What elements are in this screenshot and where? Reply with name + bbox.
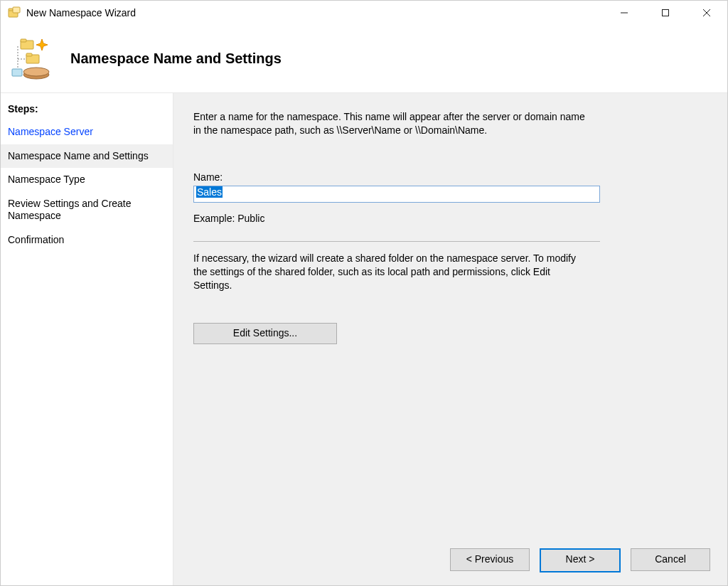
- svg-point-16: [23, 68, 49, 76]
- section-divider: [193, 241, 600, 242]
- example-text: Example: Public: [193, 213, 707, 224]
- page-title: Namespace Name and Settings: [70, 50, 282, 67]
- svg-rect-10: [21, 39, 26, 42]
- svg-rect-4: [663, 10, 669, 16]
- minimize-button[interactable]: [604, 1, 645, 25]
- name-input-value: Sales: [196, 186, 223, 198]
- step-namespace-type: Namespace Type: [1, 168, 173, 192]
- svg-rect-1: [9, 9, 13, 11]
- wizard-window: New Namespace Wizard: [0, 0, 728, 586]
- shared-folder-text: If necessary, the wizard will create a s…: [193, 252, 592, 292]
- close-button[interactable]: [686, 1, 727, 25]
- step-confirmation: Confirmation: [1, 228, 173, 252]
- name-label: Name:: [193, 171, 707, 183]
- name-input[interactable]: Sales: [193, 186, 600, 203]
- step-namespace-server[interactable]: Namespace Server: [1, 120, 173, 144]
- wizard-banner: Namespace Name and Settings: [1, 25, 727, 93]
- window-title: New Namespace Wizard: [26, 7, 136, 18]
- intro-text: Enter a name for the namespace. This nam…: [193, 110, 592, 137]
- svg-marker-11: [36, 39, 48, 50]
- wizard-content: Enter a name for the namespace. This nam…: [173, 93, 727, 585]
- previous-button[interactable]: < Previous: [450, 548, 530, 571]
- svg-rect-2: [13, 7, 20, 13]
- namespace-wizard-icon: [8, 6, 21, 19]
- wizard-body: Steps: Namespace Server Namespace Name a…: [1, 93, 727, 585]
- maximize-button[interactable]: [645, 1, 686, 25]
- namespace-banner-icon: [11, 38, 53, 80]
- next-button[interactable]: Next >: [540, 548, 621, 572]
- edit-settings-button[interactable]: Edit Settings...: [193, 323, 337, 344]
- cancel-button[interactable]: Cancel: [631, 548, 710, 571]
- step-namespace-name-settings[interactable]: Namespace Name and Settings: [1, 144, 173, 169]
- window-controls: [604, 1, 727, 25]
- svg-rect-14: [12, 69, 22, 76]
- svg-rect-13: [26, 53, 32, 56]
- titlebar: New Namespace Wizard: [1, 1, 727, 25]
- steps-sidebar: Steps: Namespace Server Namespace Name a…: [1, 93, 173, 585]
- wizard-footer: < Previous Next > Cancel: [450, 548, 710, 572]
- steps-heading: Steps:: [1, 100, 173, 120]
- step-review-create: Review Settings and Create Namespace: [1, 192, 173, 228]
